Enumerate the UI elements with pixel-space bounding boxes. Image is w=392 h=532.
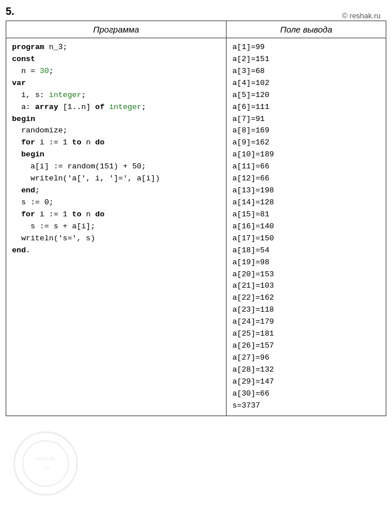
- output-line: a[29]=147: [232, 376, 380, 388]
- output-line: a[24]=179: [232, 316, 380, 328]
- page-header: 5. © reshak.ru: [6, 6, 386, 18]
- output-line: a[15]=81: [232, 209, 380, 221]
- main-table: Программа Поле вывода program n_3;const …: [6, 21, 386, 416]
- output-line: a[4]=102: [232, 78, 380, 90]
- code-line: program n_3;: [12, 42, 220, 54]
- code-line: const: [12, 54, 220, 66]
- output-line: a[27]=96: [232, 352, 380, 364]
- code-line: writeln('s=', s): [12, 233, 220, 245]
- output-line: a[14]=128: [232, 197, 380, 209]
- output-line: a[2]=151: [232, 54, 380, 66]
- output-line: a[30]=66: [232, 388, 380, 400]
- code-line: a[i] := random(151) + 50;: [12, 161, 220, 173]
- output-line: a[20]=153: [232, 269, 380, 281]
- output-line: a[26]=157: [232, 340, 380, 352]
- output-line: a[23]=118: [232, 304, 380, 316]
- svg-text:.ru: .ru: [42, 464, 50, 470]
- code-line: writeln('a[', i, ']=', a[i]): [12, 173, 220, 185]
- output-line: a[13]=198: [232, 185, 380, 197]
- output-line: a[3]=68: [232, 66, 380, 78]
- code-line: for i := 1 to n do: [12, 209, 220, 221]
- code-line: var: [12, 78, 220, 90]
- code-line: begin: [12, 114, 220, 126]
- output-line: a[6]=111: [232, 102, 380, 114]
- output-line: a[11]=66: [232, 161, 380, 173]
- page-number: 5.: [6, 6, 14, 17]
- output-line: a[18]=54: [232, 245, 380, 257]
- logo: © reshak.ru: [342, 11, 381, 20]
- svg-text:reshak: reshak: [36, 455, 55, 462]
- output-line: a[28]=132: [232, 364, 380, 376]
- output-line: a[21]=103: [232, 280, 380, 292]
- code-line: s := s + a[i];: [12, 221, 220, 233]
- col1-header: Программа: [6, 21, 227, 38]
- output-line: a[16]=140: [232, 221, 380, 233]
- col2-header: Поле вывода: [227, 21, 386, 38]
- code-cell: program n_3;const n = 30;var i, s: integ…: [6, 38, 227, 416]
- output-line: s=3737: [232, 400, 380, 412]
- output-line: a[5]=120: [232, 90, 380, 102]
- svg-point-0: [14, 432, 77, 495]
- svg-point-1: [23, 441, 68, 486]
- watermark: reshak .ru: [11, 429, 80, 498]
- code-line: for i := 1 to n do: [12, 137, 220, 149]
- output-cell: a[1]=99a[2]=151a[3]=68a[4]=102a[5]=120a[…: [227, 38, 386, 416]
- output-line: a[12]=66: [232, 173, 380, 185]
- code-line: randomize;: [12, 125, 220, 137]
- output-line: a[19]=98: [232, 257, 380, 269]
- code-line: s := 0;: [12, 197, 220, 209]
- output-line: a[9]=162: [232, 137, 380, 149]
- output-line: a[10]=189: [232, 149, 380, 161]
- code-line: end;: [12, 185, 220, 197]
- output-line: a[1]=99: [232, 42, 380, 54]
- code-line: i, s: integer;: [12, 90, 220, 102]
- output-line: a[22]=162: [232, 292, 380, 304]
- code-line: begin: [12, 149, 220, 161]
- output-line: a[7]=91: [232, 114, 380, 126]
- code-line: end.: [12, 245, 220, 257]
- output-line: a[25]=181: [232, 328, 380, 340]
- code-line: a: array [1..n] of integer;: [12, 102, 220, 114]
- code-line: n = 30;: [12, 66, 220, 78]
- output-line: a[17]=150: [232, 233, 380, 245]
- output-line: a[8]=169: [232, 125, 380, 137]
